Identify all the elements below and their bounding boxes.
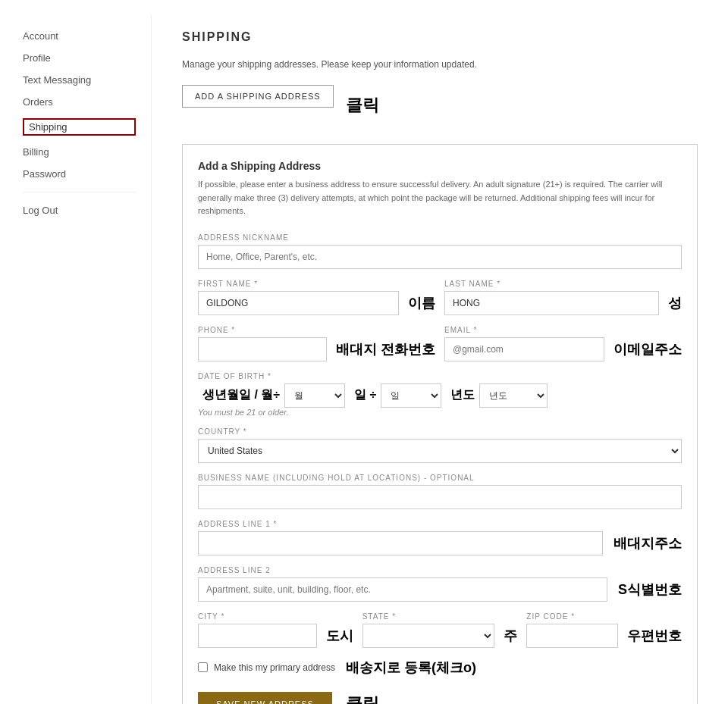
shipping-form-card: Add a Shipping Address If possible, plea… [182,144,698,704]
state-annotation: 주 [504,627,517,645]
email-input[interactable] [444,337,604,361]
email-label: EMAIL * [444,326,682,334]
sidebar-item-billing[interactable]: Billing [23,146,136,158]
add-shipping-button[interactable]: ADD A SHIPPING ADDRESS [182,85,334,108]
country-group: COUNTRY * United States Canada United Ki… [198,427,682,463]
lastname-col: LAST NAME * 성 [444,280,682,315]
city-annotation: 도시 [326,627,353,645]
sidebar-item-logout[interactable]: Log Out [23,205,136,216]
primary-checkbox-label: Make this my primary address [214,662,335,673]
sidebar-divider [23,192,136,192]
dob-day-annotation: 일 ÷ [354,387,376,403]
sidebar-item-password[interactable]: Password [23,168,136,180]
country-label: COUNTRY * [198,427,682,436]
page-title: SHIPPING [182,30,698,44]
city-label: CITY * [198,612,353,621]
state-col: STATE * 주 [362,612,518,648]
main-content: SHIPPING Manage your shipping addresses.… [152,15,728,704]
zip-input[interactable] [526,624,618,648]
city-col: CITY * 도시 [198,612,353,648]
form-card-title: Add a Shipping Address [198,160,682,172]
state-label: STATE * [362,612,518,621]
address1-group: ADDRESS LINE 1 * 배대지주소 [198,520,682,555]
sidebar-item-orders[interactable]: Orders [23,96,136,108]
click-annotation: 클릭 [346,94,379,117]
phone-label: PHONE * [198,326,435,334]
sidebar-item-text-messaging[interactable]: Text Messaging [23,74,136,86]
email-annotation: 이메일주소 [613,340,682,358]
lastname-label: LAST NAME * [444,280,682,288]
zip-label: ZIP CODE * [526,612,682,621]
save-annotation: 클릭 [346,693,379,704]
add-shipping-row: ADD A SHIPPING ADDRESS 클릭 [182,85,698,126]
country-select[interactable]: United States Canada United Kingdom [198,439,682,463]
page-description: Manage your shipping addresses. Please k… [182,59,698,70]
business-group: BUSINESS NAME (INCLUDING HOLD AT LOCATIO… [198,474,682,509]
nickname-label: ADDRESS NICKNAME [198,233,682,242]
phone-input[interactable] [198,337,327,361]
address2-group: ADDRESS LINE 2 S식별번호 [198,566,682,602]
dob-month-select[interactable]: 월010203 04050607 0809101112 [284,383,345,408]
zip-col: ZIP CODE * 우편번호 [526,612,682,648]
email-col: EMAIL * 이메일주소 [444,326,682,361]
address2-input[interactable] [198,577,607,602]
save-button[interactable]: SAVE NEW ADDRESS [198,692,332,704]
primary-annotation: 배송지로 등록(체크o) [346,659,476,677]
state-select[interactable] [362,624,495,648]
business-label: BUSINESS NAME (INCLUDING HOLD AT LOCATIO… [198,474,682,482]
firstname-label: FIRST NAME * [198,280,435,288]
sidebar: Account Profile Text Messaging Orders Sh… [0,15,152,704]
lastname-annotation: 성 [668,294,682,312]
firstname-input[interactable] [198,291,399,315]
address1-input[interactable] [198,531,603,555]
phone-col: PHONE * 배대지 전화번호 [198,326,435,361]
address2-annotation: S식별번호 [618,580,682,599]
address2-label: ADDRESS LINE 2 [198,566,682,574]
phone-annotation: 배대지 전화번호 [336,340,435,358]
name-row: FIRST NAME * 이름 LAST NAME * 성 [198,280,682,315]
city-state-zip-row: CITY * 도시 STATE * 주 ZI [198,612,682,648]
primary-checkbox[interactable] [198,662,208,672]
dob-group: DATE OF BIRTH * 생년월일 / 월÷ 월010203 040506… [198,372,682,417]
dob-hint: You must be 21 or older. [198,408,682,417]
save-row: SAVE NEW ADDRESS 클릭 [198,692,682,704]
zip-annotation: 우편번호 [627,627,682,645]
dob-year-select[interactable]: 년도 [479,383,548,408]
sidebar-item-account[interactable]: Account [23,30,136,42]
nickname-input[interactable] [198,245,682,269]
sidebar-item-shipping[interactable]: Shipping [23,118,136,136]
primary-checkbox-row: Make this my primary address 배송지로 등록(체크o… [198,659,682,677]
phone-email-row: PHONE * 배대지 전화번호 EMAIL * 이메일주소 [198,326,682,361]
form-card-description: If possible, please enter a business add… [198,178,682,218]
dob-day-select[interactable]: 일 [381,383,441,408]
firstname-annotation: 이름 [408,294,435,312]
firstname-col: FIRST NAME * 이름 [198,280,435,315]
lastname-input[interactable] [444,291,659,315]
city-input[interactable] [198,624,317,648]
nickname-group: ADDRESS NICKNAME [198,233,682,269]
address1-label: ADDRESS LINE 1 * [198,520,682,528]
address1-annotation: 배대지주소 [613,534,682,552]
business-input[interactable] [198,485,682,509]
dob-year-annotation: 년도 [450,387,475,403]
sidebar-item-profile[interactable]: Profile [23,52,136,64]
dob-label: DATE OF BIRTH * [198,372,682,380]
dob-annotation: 생년월일 / 월÷ [202,387,280,403]
